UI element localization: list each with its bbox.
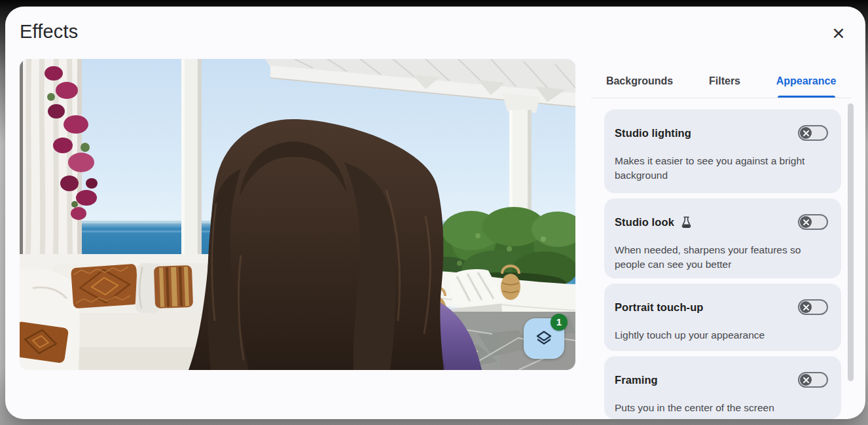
portrait-touch-up-toggle[interactable]	[798, 299, 828, 315]
virtual-background-scene	[20, 59, 575, 370]
setting-title: Studio lighting	[615, 127, 691, 139]
dialog-title: Effects	[20, 21, 79, 43]
framing-toggle[interactable]	[798, 372, 828, 388]
setting-title: Framing	[615, 374, 658, 386]
toggle-off-x-icon	[800, 127, 812, 139]
experiment-flask-icon	[681, 216, 692, 229]
tab-bar: Backgrounds Filters Appearance	[591, 64, 851, 98]
effects-dialog: Effects ✕	[5, 7, 865, 419]
setting-title: Studio look	[615, 216, 674, 229]
setting-description: Lightly touch up your appearance	[615, 328, 814, 342]
toggle-off-x-icon	[800, 374, 812, 386]
studio-look-toggle[interactable]	[798, 214, 828, 230]
toggle-off-x-icon	[800, 216, 812, 228]
self-video-preview: 1	[20, 59, 575, 370]
effects-layers-button[interactable]: 1	[524, 318, 564, 359]
effects-count-badge: 1	[551, 314, 568, 331]
close-icon: ✕	[832, 26, 846, 42]
appearance-settings-list: Studio lighting Makes it easier to see y…	[604, 109, 841, 419]
setting-card-studio-lighting: Studio lighting Makes it easier to see y…	[604, 109, 841, 193]
tab-backgrounds[interactable]: Backgrounds	[591, 64, 688, 98]
setting-title: Portrait touch-up	[615, 301, 704, 314]
setting-card-framing: Framing Puts you in the center of the sc…	[604, 356, 841, 419]
tab-appearance[interactable]: Appearance	[761, 64, 851, 98]
studio-lighting-toggle[interactable]	[798, 125, 828, 141]
close-button[interactable]: ✕	[826, 21, 851, 46]
tab-filters[interactable]: Filters	[688, 64, 761, 98]
setting-card-studio-look: Studio look When needed, sharpens your f…	[604, 198, 841, 278]
setting-description: Puts you in the center of the screen	[615, 401, 814, 415]
toggle-off-x-icon	[800, 301, 812, 313]
panel-scrollbar[interactable]	[848, 103, 854, 381]
setting-description: Makes it easier to see you against a bri…	[615, 154, 814, 183]
setting-description: When needed, sharpens your features so p…	[615, 243, 814, 272]
setting-card-portrait-touch-up: Portrait touch-up Lightly touch up your …	[604, 284, 841, 351]
layers-icon	[535, 329, 553, 348]
effects-panel: Backgrounds Filters Appearance Studio li…	[591, 64, 851, 419]
